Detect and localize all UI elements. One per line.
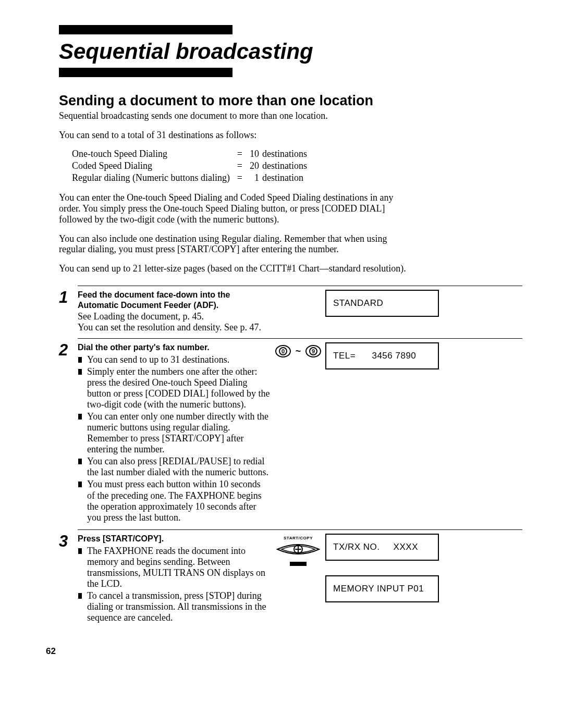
step-bullet: You can send to up to 31 destinations. xyxy=(78,354,271,365)
svg-rect-11 xyxy=(290,562,307,566)
step-3: 3 Press [START/COPY]. The FAXPHONE reads… xyxy=(59,529,522,624)
svg-text:START/COPY: START/COPY xyxy=(284,536,313,540)
chapter-title: Sequential broadcasting xyxy=(59,39,522,64)
table-row: Regular dialing (Numeric buttons dialing… xyxy=(72,172,311,183)
start-copy-button-icon: START/COPY xyxy=(274,535,322,569)
step-instruction: Feed the document face-down into the Aut… xyxy=(78,290,271,311)
step-bullet: You must press each button within 10 sec… xyxy=(78,479,271,523)
dest-unit: destinations xyxy=(262,149,311,159)
lcd-display-txrx: TX/RX NO. XXXX xyxy=(325,534,439,561)
lcd-display-tel: TEL= 3456 7890 xyxy=(325,342,439,369)
svg-text:9: 9 xyxy=(311,348,314,354)
step-bullet: The FAXPHONE reads the document into mem… xyxy=(78,546,271,589)
destinations-lead: You can send to a total of 31 destinatio… xyxy=(59,130,522,141)
lcd-display-memory: MEMORY INPUT P01 xyxy=(325,575,439,602)
intro-text: Sequential broadcasting sends one docume… xyxy=(59,110,522,121)
table-row: One-touch Speed Dialing = 10 destination… xyxy=(72,149,311,159)
step-bullet: To cancel a transmission, press [STOP] d… xyxy=(78,590,271,623)
dest-count: 1 xyxy=(250,172,261,183)
destinations-table: One-touch Speed Dialing = 10 destination… xyxy=(71,147,312,184)
step-2: 2 Dial the other party's fax number. You… xyxy=(59,338,522,524)
svg-text:0: 0 xyxy=(281,348,284,354)
step-note: You can set the resolution and density. … xyxy=(78,322,271,333)
table-row: Coded Speed Dialing = 20 destinations xyxy=(72,161,311,171)
paragraph-regular-dialing: You can also include one destination usi… xyxy=(59,233,403,255)
step-instruction: Press [START/COPY]. xyxy=(78,534,271,544)
bottom-black-bar xyxy=(59,68,232,77)
top-black-bar xyxy=(59,25,232,34)
section-heading: Sending a document to more than one loca… xyxy=(59,93,522,109)
step-note: See Loading the document, p. 45. xyxy=(78,311,271,322)
dest-label: Regular dialing (Numeric buttons dialing… xyxy=(72,172,234,183)
step-bullet: You can also press [REDIAL/PAUSE] to red… xyxy=(78,456,271,478)
step-number: 3 xyxy=(59,533,78,549)
equals-sign: = xyxy=(235,161,249,171)
dest-unit: destination xyxy=(262,172,311,183)
step-bullet: Simply enter the numbers one after the o… xyxy=(78,366,271,410)
equals-sign: = xyxy=(235,149,249,159)
dest-label: One-touch Speed Dialing xyxy=(72,149,234,159)
dest-count: 10 xyxy=(250,149,261,159)
dest-label: Coded Speed Dialing xyxy=(72,161,234,171)
step-1: 1 Feed the document face-down into the A… xyxy=(59,286,522,333)
step-bullet: You can enter only one number directly w… xyxy=(78,411,271,455)
lcd-display-standard: STANDARD xyxy=(325,290,439,317)
paragraph-any-order: You can enter the One-touch Speed Dialin… xyxy=(59,192,403,225)
step-number: 1 xyxy=(59,289,78,305)
paragraph-capacity: You can send up to 21 letter-size pages … xyxy=(59,263,408,274)
numeric-keys-icon: 0 ~ 9 xyxy=(275,343,322,359)
step-number: 2 xyxy=(59,342,78,358)
dest-unit: destinations xyxy=(262,161,311,171)
step-instruction: Dial the other party's fax number. xyxy=(78,342,271,353)
dest-count: 20 xyxy=(250,161,261,171)
svg-text:~: ~ xyxy=(295,346,301,356)
page-number: 62 xyxy=(46,646,522,657)
equals-sign: = xyxy=(235,172,249,183)
